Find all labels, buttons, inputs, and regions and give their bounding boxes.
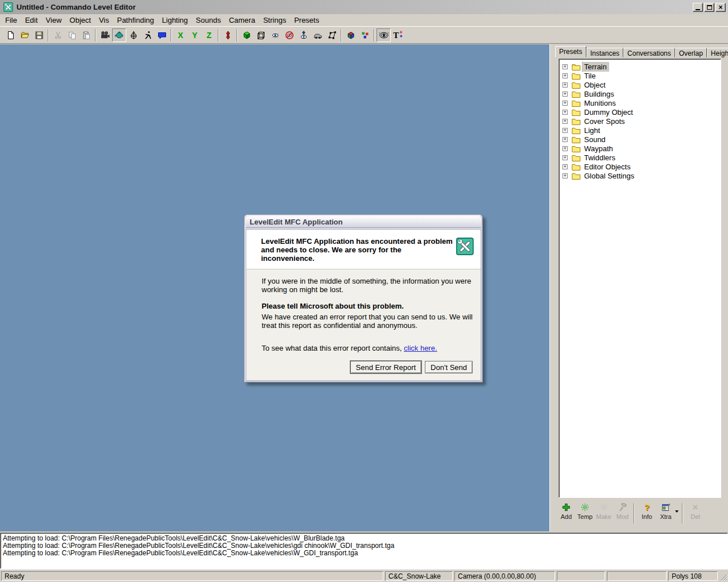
maximize-button[interactable] [704, 3, 714, 12]
window-titlebar[interactable]: Untitled - Commando Level Editor × [0, 0, 728, 14]
hide-objects-button[interactable] [282, 28, 296, 42]
status-poly-count: Polys 108 [668, 571, 718, 581]
expand-plus-icon[interactable]: + [562, 137, 568, 142]
menu-object[interactable]: Object [65, 14, 95, 26]
status-camera-position: Camera (0.00,0.00,80.00) [454, 571, 555, 581]
tree-item-buildings[interactable]: + Buildings [559, 89, 721, 98]
menu-edit[interactable]: Edit [21, 14, 42, 26]
click-here-link[interactable]: click here. [404, 344, 437, 352]
tab-conversations[interactable]: Conversations [623, 48, 675, 57]
tree-item-waypath[interactable]: + Waypath [559, 144, 721, 153]
render-teapot-button[interactable] [112, 28, 126, 42]
wireframe-view-button[interactable] [254, 28, 268, 42]
expand-plus-icon[interactable]: + [562, 64, 568, 69]
tree-item-dummy-object[interactable]: + Dummy Object [559, 107, 721, 117]
tree-item-label: Waypath [582, 144, 615, 153]
expand-plus-icon[interactable]: + [562, 82, 568, 88]
tab-instances[interactable]: Instances [586, 48, 623, 57]
camera-mode-button[interactable] [98, 28, 112, 42]
dialog-title: LevelEdit MFC Application [250, 218, 342, 226]
dont-send-button[interactable]: Don't Send [425, 361, 473, 373]
xtra-dropdown-arrow[interactable] [675, 510, 679, 514]
tree-item-light[interactable]: + Light [559, 126, 721, 135]
expand-plus-icon[interactable]: + [562, 101, 568, 106]
dialog-titlebar[interactable]: LevelEdit MFC Application [246, 216, 481, 228]
expand-plus-icon[interactable]: + [562, 110, 568, 115]
menu-lighting[interactable]: Lighting [158, 14, 192, 26]
open-file-button[interactable] [18, 28, 32, 42]
open-folder-icon [20, 31, 30, 40]
text-label-button[interactable]: T++ [391, 28, 405, 42]
raise-view-button[interactable] [296, 28, 311, 42]
menu-file[interactable]: File [1, 14, 21, 26]
axis-y-button[interactable]: Y [188, 28, 202, 42]
status-ready: Ready [1, 571, 383, 581]
output-log[interactable]: Attempting to load: C:\Program Files\Ren… [0, 533, 728, 569]
expand-plus-icon[interactable]: + [562, 92, 568, 97]
status-level-name: C&C_Snow-Lake [385, 571, 453, 581]
polygon-tool-button[interactable] [325, 28, 339, 42]
status-empty-panel [607, 571, 667, 581]
folder-icon [572, 163, 581, 171]
tree-item-tile[interactable]: + Tile [559, 71, 721, 80]
visibility-toggle-button[interactable] [377, 28, 391, 42]
menu-camera[interactable]: Camera [225, 14, 259, 26]
toolbar-separator [171, 29, 172, 41]
menu-pathfinding[interactable]: Pathfinding [113, 14, 158, 26]
tree-item-munitions[interactable]: + Munitions [559, 98, 721, 107]
solid-view-button[interactable] [239, 28, 254, 42]
presets-tree[interactable]: + Terrain + Tile + Object + Buildings + … [559, 59, 721, 498]
expand-plus-icon[interactable]: + [562, 119, 568, 124]
tree-item-global-settings[interactable]: + Global Settings [559, 171, 721, 180]
axis-x-button[interactable]: X [173, 28, 188, 42]
vertex-color-button[interactable] [358, 28, 372, 42]
material-button[interactable] [344, 28, 358, 42]
expand-plus-icon[interactable]: + [562, 155, 568, 160]
vehicle-view-button[interactable] [311, 28, 325, 42]
minimize-button[interactable] [693, 3, 703, 12]
tree-item-label: Cover Spots [582, 117, 627, 126]
add-button[interactable]: Add [557, 502, 576, 520]
expand-plus-icon[interactable]: + [562, 173, 568, 178]
close-button[interactable]: × [715, 3, 726, 12]
tab-presets[interactable]: Presets [555, 46, 586, 57]
temp-button[interactable]: Temp [576, 502, 594, 520]
axis-z-button[interactable]: Z [202, 28, 216, 42]
temp-label: Temp [577, 513, 593, 520]
menu-presets[interactable]: Presets [290, 14, 323, 26]
folder-icon [572, 99, 581, 107]
menu-sounds[interactable]: Sounds [192, 14, 225, 26]
expand-plus-icon[interactable]: + [562, 73, 568, 78]
rotate-axis-button[interactable] [126, 28, 140, 42]
tree-item-editor-objects[interactable]: + Editor Objects [559, 162, 721, 171]
menu-vis[interactable]: Vis [95, 14, 113, 26]
toolbar-separator [341, 29, 342, 41]
send-error-report-button[interactable]: Send Error Report [350, 361, 422, 373]
expand-plus-icon[interactable]: + [562, 128, 568, 133]
tab-overlap[interactable]: Overlap [675, 48, 707, 57]
link-prefix-text: To see what data this error report conta… [262, 344, 404, 352]
resize-grip[interactable] [719, 573, 727, 581]
save-button[interactable] [32, 28, 46, 42]
comment-button[interactable] [155, 28, 169, 42]
folder-icon [572, 90, 581, 98]
menu-strings[interactable]: Strings [259, 14, 290, 26]
vehicle-icon [313, 31, 322, 40]
tree-item-object[interactable]: + Object [559, 80, 721, 89]
expand-plus-icon[interactable]: + [562, 164, 568, 169]
info-button[interactable]: ? Info [638, 502, 656, 520]
tree-item-twiddlers[interactable]: + Twiddlers [559, 153, 721, 162]
new-file-button[interactable] [3, 28, 18, 42]
cut-icon [53, 31, 63, 40]
tree-item-cover-spots[interactable]: + Cover Spots [559, 117, 721, 126]
show-objects-button[interactable] [268, 28, 282, 42]
xtra-button[interactable]: Xtra [656, 502, 675, 520]
tree-item-terrain[interactable]: + Terrain [559, 62, 721, 71]
expand-plus-icon[interactable]: + [562, 146, 568, 151]
vertical-move-button[interactable] [221, 28, 235, 42]
menu-view[interactable]: View [42, 14, 65, 26]
mod-button: Mod [613, 502, 632, 520]
tab-heightfield[interactable]: Heightfield [707, 48, 728, 57]
tree-item-sound[interactable]: + Sound [559, 135, 721, 144]
walk-mode-button[interactable] [140, 28, 155, 42]
